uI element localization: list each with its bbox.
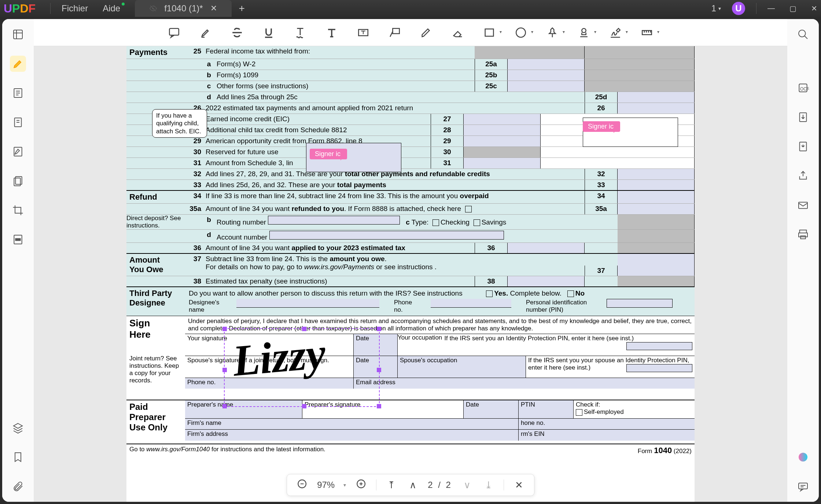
zoom-out-button[interactable]: [296, 479, 308, 491]
line-25c-text: Other forms (see instructions): [214, 81, 475, 92]
box-25a: 25a: [475, 59, 508, 70]
routing-field[interactable]: [268, 216, 400, 225]
field-36[interactable]: [508, 243, 585, 253]
line-33-text: Add lines 25d, 26, and 32. These are you…: [203, 180, 585, 190]
document-tab[interactable]: f1040 (1)* ✕: [135, 0, 231, 17]
new-tab-button[interactable]: +: [239, 3, 245, 14]
minimize-button[interactable]: —: [767, 4, 775, 13]
share-icon[interactable]: [795, 168, 811, 184]
layers-icon[interactable]: [10, 420, 26, 436]
text-icon[interactable]: [324, 25, 339, 40]
export-icon[interactable]: [795, 138, 811, 155]
menu-help[interactable]: Aide: [103, 3, 120, 14]
first-page-button[interactable]: ⤒: [385, 479, 398, 491]
tpd-no-check[interactable]: [567, 290, 574, 297]
pencil-icon[interactable]: [419, 25, 434, 40]
account-field[interactable]: [269, 231, 504, 240]
pages-icon[interactable]: [10, 173, 26, 189]
zoom-level[interactable]: 97%: [317, 480, 335, 490]
comment-icon[interactable]: [167, 25, 181, 40]
field-26[interactable]: [618, 103, 695, 114]
sign-tag-1[interactable]: Signer ici: [310, 149, 347, 159]
textbox-icon[interactable]: [356, 25, 371, 40]
zoom-in-button[interactable]: [355, 479, 367, 491]
line-25b-sub: b: [203, 70, 214, 81]
print-icon[interactable]: [795, 226, 811, 242]
chat-icon[interactable]: [795, 478, 811, 494]
tpd-pin-field[interactable]: [607, 299, 673, 308]
highlighter-icon[interactable]: [10, 56, 26, 72]
check-checking[interactable]: [432, 219, 439, 226]
form-icon[interactable]: [10, 144, 26, 160]
strikethrough-icon[interactable]: [230, 25, 244, 40]
close-button[interactable]: ✕: [811, 4, 817, 13]
tpd-phone-field[interactable]: [431, 299, 511, 308]
your-sig-label: Your signature: [187, 335, 227, 342]
check-8888[interactable]: [465, 206, 472, 212]
pin-icon[interactable]: [545, 25, 560, 40]
check-savings[interactable]: [474, 219, 480, 226]
search-icon[interactable]: [795, 26, 811, 42]
eraser-icon[interactable]: [450, 25, 465, 40]
box-30: 30: [431, 147, 464, 158]
selection-box[interactable]: [224, 328, 380, 407]
field-33[interactable]: [618, 180, 695, 190]
mail-icon[interactable]: [795, 197, 811, 213]
thumbnails-icon[interactable]: [10, 26, 26, 42]
field-34[interactable]: [618, 191, 695, 203]
menu-file[interactable]: Fichier: [62, 3, 88, 14]
spouse-pin-field[interactable]: [626, 364, 692, 372]
page-dropdown[interactable]: 1 ▾: [711, 3, 721, 14]
ai-icon[interactable]: [795, 449, 811, 465]
maximize-button[interactable]: ▢: [789, 4, 796, 13]
close-pagectl-button[interactable]: ✕: [513, 479, 525, 491]
last-page-button[interactable]: ⤓: [482, 479, 495, 491]
ruler-icon[interactable]: [640, 25, 654, 40]
box-34: 34: [585, 191, 618, 203]
sign-tag-2[interactable]: Signer ici: [583, 121, 620, 132]
ip-pin-field[interactable]: [626, 342, 692, 350]
ocr-icon[interactable]: OCR: [795, 80, 811, 96]
tpd-yes-check[interactable]: [486, 290, 493, 297]
tab-title: f1040 (1)*: [164, 3, 203, 14]
squiggly-icon[interactable]: [293, 25, 308, 40]
field-29[interactable]: [464, 136, 541, 147]
circle-icon[interactable]: [513, 25, 528, 40]
field-27[interactable]: [464, 114, 541, 125]
field-32[interactable]: [618, 169, 695, 179]
avatar[interactable]: U: [732, 2, 745, 15]
field-25d[interactable]: [618, 92, 695, 103]
page-icon[interactable]: [10, 114, 26, 130]
bookmark-icon[interactable]: [10, 449, 26, 465]
callout-icon[interactable]: [387, 25, 402, 40]
highlight-icon[interactable]: [198, 25, 213, 40]
stamp-icon[interactable]: [577, 25, 591, 40]
field-25b[interactable]: [508, 70, 585, 81]
field-25a[interactable]: [508, 59, 585, 70]
field-25c[interactable]: [508, 81, 585, 92]
field-37[interactable]: [618, 254, 695, 276]
box-31: 31: [431, 158, 464, 168]
crop-icon[interactable]: [10, 202, 26, 218]
tpd-pin-label: Personal identification number (PIN): [526, 299, 592, 314]
signature-icon[interactable]: [608, 25, 623, 40]
prev-page-button[interactable]: ∧: [406, 479, 419, 491]
redact-icon[interactable]: [10, 231, 26, 248]
tpd-name-field[interactable]: [236, 299, 379, 308]
underline-icon[interactable]: [261, 25, 276, 40]
line-25-text: Federal income tax withheld from:: [203, 46, 475, 59]
edit-icon[interactable]: [10, 85, 26, 101]
field-38[interactable]: [508, 276, 585, 286]
rectangle-icon[interactable]: [482, 25, 497, 40]
self-employed-check[interactable]: [576, 409, 582, 416]
field-31[interactable]: [464, 158, 541, 168]
attachment-icon[interactable]: [10, 478, 26, 494]
next-page-button[interactable]: ∨: [461, 479, 474, 491]
compress-icon[interactable]: [795, 109, 811, 125]
prep-ptin-label: PTIN: [519, 400, 574, 418]
page-indicator[interactable]: 2 / 2: [428, 480, 452, 490]
tab-close[interactable]: ✕: [210, 4, 217, 13]
field-28[interactable]: [464, 125, 541, 136]
field-35a[interactable]: [618, 204, 695, 214]
box-28: 28: [431, 125, 464, 136]
